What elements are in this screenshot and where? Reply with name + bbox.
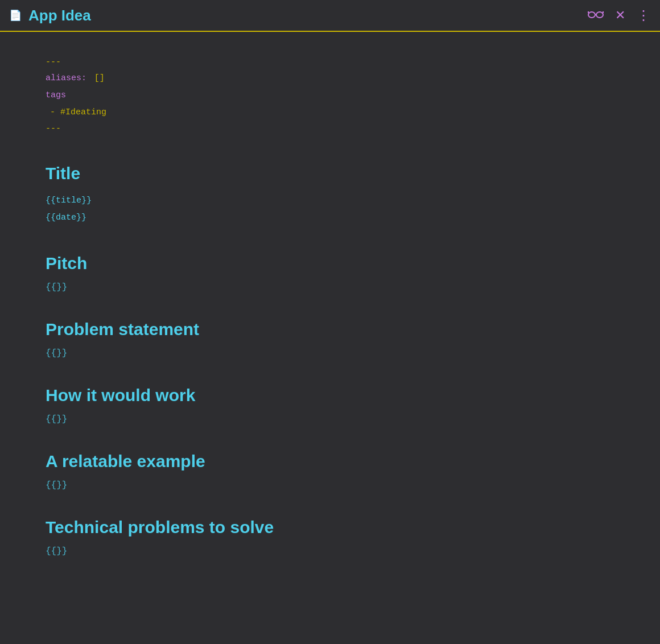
close-icon[interactable]: ✕: [615, 8, 625, 23]
title-template-line2: {{date}}: [46, 209, 614, 226]
menu-icon[interactable]: ⋮: [637, 7, 651, 24]
tag-item: - #Ideating: [46, 104, 614, 121]
title-bar: 📄 App Idea ✕ ⋮: [0, 0, 660, 32]
section-heading-title: Title: [46, 164, 614, 183]
frontmatter-aliases-line: aliases: []: [46, 70, 614, 87]
section-title: Title {{title}} {{date}}: [46, 164, 614, 226]
section-how-it-works: How it would work {{}}: [46, 386, 614, 424]
section-problem-statement: Problem statement {{}}: [46, 320, 614, 358]
problem-content: {{}}: [46, 348, 614, 358]
section-heading-pitch: Pitch: [46, 254, 614, 273]
main-content: --- aliases: [] tags - #Ideating --- Tit…: [0, 32, 660, 579]
section-pitch: Pitch {{}}: [46, 254, 614, 292]
how-content: {{}}: [46, 414, 614, 424]
glasses-icon[interactable]: [588, 9, 604, 22]
title-bar-actions: ✕ ⋮: [588, 7, 651, 24]
frontmatter-dashes-close: ---: [46, 121, 614, 137]
pitch-content: {{}}: [46, 282, 614, 292]
section-relatable-example: A relatable example {{}}: [46, 452, 614, 490]
section-technical-problems: Technical problems to solve {{}}: [46, 518, 614, 556]
tags-key: tags: [46, 87, 614, 104]
example-content: {{}}: [46, 480, 614, 490]
svg-point-1: [596, 12, 603, 18]
section-heading-technical: Technical problems to solve: [46, 518, 614, 537]
doc-icon: 📄: [9, 9, 22, 22]
page-title: App Idea: [28, 7, 91, 24]
aliases-key: aliases:: [46, 73, 86, 83]
technical-content: {{}}: [46, 546, 614, 556]
section-heading-how: How it would work: [46, 386, 614, 405]
section-heading-example: A relatable example: [46, 452, 614, 471]
svg-point-0: [588, 12, 595, 18]
frontmatter-dashes-open: ---: [46, 55, 614, 70]
title-bar-left: 📄 App Idea: [9, 7, 91, 24]
section-heading-problem: Problem statement: [46, 320, 614, 339]
title-template-line1: {{title}}: [46, 192, 614, 209]
aliases-value: []: [94, 73, 105, 83]
frontmatter-block: --- aliases: [] tags - #Ideating ---: [46, 55, 614, 137]
